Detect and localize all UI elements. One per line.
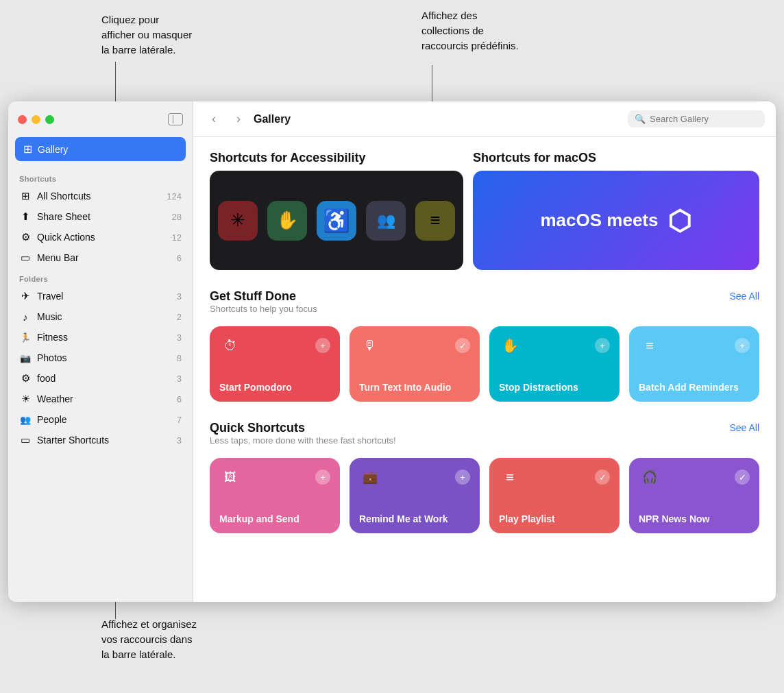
card-turn-text-audio[interactable]: 🎙 ✓ Turn Text Into Audio (350, 326, 480, 402)
weather-label: Weather (37, 393, 73, 404)
starter-shortcuts-label: Starter Shortcuts (37, 435, 109, 446)
forward-button[interactable]: › (229, 110, 248, 129)
sidebar-item-people[interactable]: 👥 People 7 (8, 409, 193, 430)
sidebar-toggle-button[interactable] (168, 113, 183, 125)
card-stop-distractions[interactable]: ✋ + Stop Distractions (489, 326, 620, 402)
macos-section: Shortcuts for macOS macOS meets ⬡ (473, 151, 759, 270)
people-icon: 👥 (19, 413, 32, 426)
card-markup-and-send[interactable]: 🖼 + Markup and Send (210, 458, 340, 533)
menu-bar-icon: ▭ (19, 252, 32, 264)
get-stuff-done-header-left: Get Stuff Done Shortcuts to help you foc… (210, 289, 317, 324)
weather-count: 6 (177, 394, 182, 404)
main-toolbar: ‹ › Gallery 🔍 (193, 101, 776, 137)
weather-icon: ☀ (19, 393, 32, 405)
traffic-light-fullscreen[interactable] (45, 115, 54, 124)
sidebar-item-photos[interactable]: 📷 Photos 8 (8, 348, 193, 368)
quick-shortcuts-see-all[interactable]: See All (729, 422, 759, 433)
sidebar-titlebar (8, 101, 193, 137)
text-audio-check-btn[interactable]: ✓ (455, 338, 470, 353)
remind-icon: 💼 (359, 466, 381, 488)
fitness-icon: 🏃 (19, 331, 32, 343)
sidebar-item-music[interactable]: ♪ Music 2 (8, 306, 193, 327)
fitness-count: 3 (177, 332, 182, 343)
search-icon: 🔍 (635, 114, 646, 124)
sidebar-item-food[interactable]: ⚙ food 3 (8, 368, 193, 389)
quick-shortcuts-subtitle: Less taps, more done with these fast sho… (210, 435, 396, 446)
accessibility-section-title: Shortcuts for Accessibility (210, 151, 463, 165)
stop-distractions-add-btn[interactable]: + (595, 338, 610, 353)
annotation-sidebar-organize: Affichez et organisez vos raccourcis dan… (101, 617, 197, 661)
sidebar-item-all-shortcuts[interactable]: ⊞ All Shortcuts 124 (8, 186, 193, 206)
card-remind-me-at-work[interactable]: 💼 + Remind Me at Work (350, 458, 480, 533)
sidebar-item-travel[interactable]: ✈ Travel 3 (8, 286, 193, 306)
card-npr-top: 🎧 ✓ (639, 466, 750, 488)
accessibility-banner[interactable]: ✳ ✋ ♿ 👥 ≡ (210, 171, 463, 270)
music-icon: ♪ (19, 311, 32, 323)
card-npr-news[interactable]: 🎧 ✓ NPR News Now (629, 458, 759, 533)
traffic-light-close[interactable] (18, 115, 27, 124)
sidebar-section-folders: Folders (8, 268, 193, 286)
pomodoro-label: Start Pomodoro (219, 382, 330, 393)
card-batch-add-reminders[interactable]: ≡ + Batch Add Reminders (629, 326, 759, 402)
sidebar-item-share-sheet[interactable]: ⬆ Share Sheet 28 (8, 206, 193, 227)
annotation-gallery-collections: Affichez des collections de raccourcis p… (421, 8, 519, 53)
get-stuff-done-title: Get Stuff Done (210, 289, 317, 304)
acc-icon-list: ≡ (415, 201, 455, 241)
acc-icon-hand: ✋ (267, 201, 307, 241)
all-shortcuts-label: All Shortcuts (37, 191, 91, 202)
sidebar-item-fitness[interactable]: 🏃 Fitness 3 (8, 327, 193, 348)
stop-distractions-label: Stop Distractions (499, 382, 610, 393)
card-start-pomodoro[interactable]: ⏱ + Start Pomodoro (210, 326, 340, 402)
gallery-icon: ⊞ (23, 143, 32, 156)
sidebar-section-shortcuts: Shortcuts (8, 168, 193, 186)
playlist-icon: ≡ (499, 466, 521, 488)
sidebar-item-quick-actions[interactable]: ⚙ Quick Actions 12 (8, 227, 193, 247)
sidebar-toggle-icon (173, 115, 178, 123)
macos-banner[interactable]: macOS meets ⬡ (473, 171, 759, 270)
gallery-label: Gallery (38, 144, 68, 155)
quick-shortcuts-section: Quick Shortcuts Less taps, more done wit… (210, 421, 759, 533)
traffic-light-minimize[interactable] (32, 115, 40, 124)
playlist-check-btn[interactable]: ✓ (595, 470, 610, 485)
menu-bar-label: Menu Bar (37, 252, 79, 263)
markup-add-btn[interactable]: + (315, 470, 330, 485)
main-content: ‹ › Gallery 🔍 Shortcuts for Accessibilit… (193, 101, 776, 602)
stop-distractions-icon: ✋ (499, 335, 521, 356)
card-play-playlist[interactable]: ≡ ✓ Play Playlist (489, 458, 620, 533)
sidebar: ⊞ Gallery Shortcuts ⊞ All Shortcuts 124 … (8, 101, 193, 602)
quick-shortcuts-header-left: Quick Shortcuts Less taps, more done wit… (210, 421, 396, 455)
batch-reminders-add-btn[interactable]: + (735, 338, 750, 353)
get-stuff-done-cards: ⏱ + Start Pomodoro 🎙 ✓ Turn Text Into Au… (210, 326, 759, 402)
food-label: food (37, 373, 56, 384)
remind-label: Remind Me at Work (359, 513, 470, 525)
sidebar-item-starter-shortcuts[interactable]: ▭ Starter Shortcuts 3 (8, 430, 193, 450)
get-stuff-done-header: Get Stuff Done Shortcuts to help you foc… (210, 289, 759, 324)
pomodoro-add-btn[interactable]: + (315, 338, 330, 353)
sidebar-item-menu-bar[interactable]: ▭ Menu Bar 6 (8, 247, 193, 268)
quick-shortcuts-header: Quick Shortcuts Less taps, more done wit… (210, 421, 759, 455)
remind-add-btn[interactable]: + (455, 470, 470, 485)
back-button[interactable]: ‹ (204, 110, 223, 129)
quick-shortcuts-title: Quick Shortcuts (210, 421, 396, 435)
search-input[interactable] (650, 114, 758, 124)
card-stop-distractions-top: ✋ + (499, 335, 610, 356)
food-count: 3 (177, 374, 182, 384)
music-count: 2 (177, 312, 182, 322)
sidebar-item-gallery[interactable]: ⊞ Gallery (15, 137, 186, 161)
share-sheet-count: 28 (172, 212, 182, 222)
macos-section-title: Shortcuts for macOS (473, 151, 759, 165)
get-stuff-done-see-all[interactable]: See All (729, 291, 759, 302)
bracket-line-bottom-v (115, 600, 116, 619)
sidebar-item-weather[interactable]: ☀ Weather 6 (8, 389, 193, 409)
search-box: 🔍 (628, 110, 765, 127)
travel-count: 3 (177, 291, 182, 302)
bracket-line-right-v (432, 65, 432, 103)
quick-actions-label: Quick Actions (37, 232, 95, 243)
batch-reminders-label: Batch Add Reminders (639, 382, 750, 393)
npr-icon: 🎧 (639, 466, 661, 488)
npr-check-btn[interactable]: ✓ (735, 470, 750, 485)
pomodoro-icon: ⏱ (219, 335, 241, 356)
npr-label: NPR News Now (639, 513, 750, 525)
photos-icon: 📷 (19, 352, 32, 364)
gallery-scroll-area[interactable]: Shortcuts for Accessibility ✳ ✋ ♿ 👥 ≡ Sh… (193, 137, 776, 602)
